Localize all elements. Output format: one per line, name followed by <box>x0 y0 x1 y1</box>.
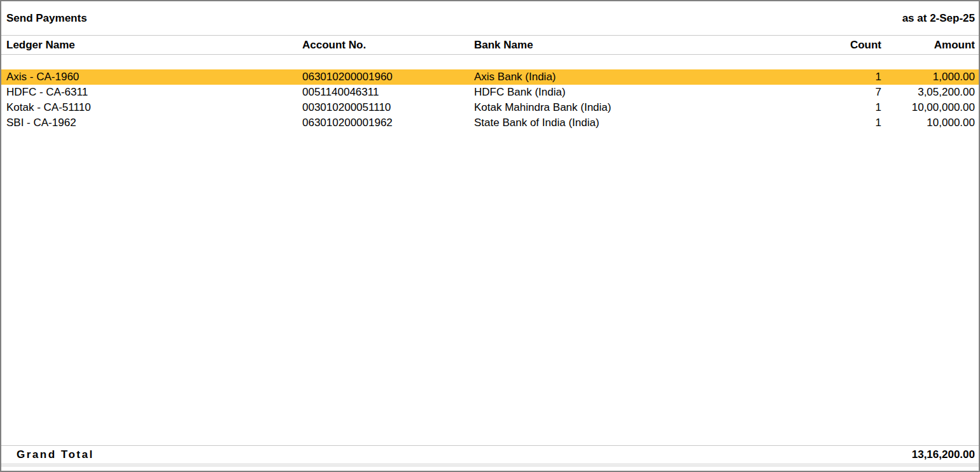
bank-name-cell: HDFC Bank (India) <box>474 86 760 99</box>
page-title: Send Payments <box>6 12 87 25</box>
empty-body-space <box>1 131 979 445</box>
bank-name-cell: Kotak Mahindra Bank (India) <box>474 101 760 114</box>
ledger-name-cell: Axis - CA-1960 <box>6 71 302 83</box>
report-title-bar: Send Payments as at 2-Sep-25 <box>1 1 979 35</box>
count-cell: 1 <box>760 101 881 114</box>
count-cell: 1 <box>760 117 881 129</box>
header-body-gap <box>1 55 979 69</box>
report-date: as at 2-Sep-25 <box>902 12 975 25</box>
column-header-account-no: Account No. <box>302 39 474 52</box>
column-header-amount: Amount <box>881 39 975 52</box>
account-no-cell: 0051140046311 <box>302 86 474 99</box>
bank-name-cell: State Bank of India (India) <box>474 117 760 129</box>
grand-total-row: Grand Total 13,16,200.00 <box>1 446 979 464</box>
grand-total-amount: 13,16,200.00 <box>912 448 975 461</box>
column-header-ledger-name: Ledger Name <box>6 39 302 52</box>
account-no-cell: 003010200051110 <box>302 101 474 114</box>
account-no-cell: 063010200001962 <box>302 117 474 129</box>
table-row[interactable]: HDFC - CA-6311 0051140046311 HDFC Bank (… <box>1 85 979 100</box>
amount-cell: 10,00,000.00 <box>881 101 975 114</box>
ledger-name-cell: Kotak - CA-51110 <box>6 101 302 114</box>
count-cell: 7 <box>760 86 881 99</box>
column-header-bank-name: Bank Name <box>474 39 760 52</box>
amount-cell: 10,000.00 <box>881 117 975 129</box>
table-body: Axis - CA-1960 063010200001960 Axis Bank… <box>1 69 979 131</box>
ledger-name-cell: HDFC - CA-6311 <box>6 86 302 99</box>
column-header-count: Count <box>760 39 881 52</box>
count-cell: 1 <box>760 71 881 83</box>
double-rule-below-grand-total <box>1 464 979 466</box>
amount-cell: 1,000.00 <box>881 71 975 83</box>
table-row[interactable]: Kotak - CA-51110 003010200051110 Kotak M… <box>1 100 979 115</box>
account-no-cell: 063010200001960 <box>302 71 474 83</box>
table-row[interactable]: SBI - CA-1962 063010200001962 State Bank… <box>1 115 979 131</box>
amount-cell: 3,05,200.00 <box>881 86 975 99</box>
grand-total-label: Grand Total <box>17 448 94 461</box>
bank-name-cell: Axis Bank (India) <box>474 71 760 83</box>
ledger-name-cell: SBI - CA-1962 <box>6 117 302 129</box>
table-header-row: Ledger Name Account No. Bank Name Count … <box>1 36 979 54</box>
table-row[interactable]: Axis - CA-1960 063010200001960 Axis Bank… <box>1 69 979 85</box>
report-window: Send Payments as at 2-Sep-25 Ledger Name… <box>0 0 980 472</box>
